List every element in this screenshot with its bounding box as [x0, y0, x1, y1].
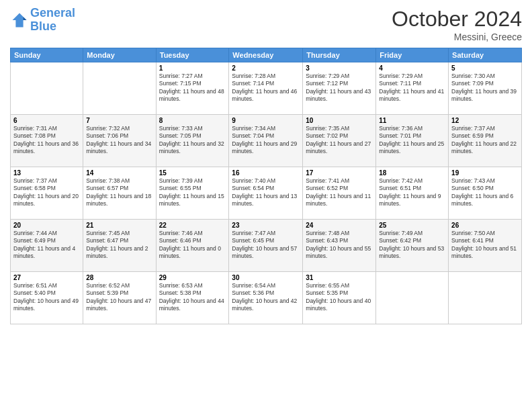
day-number: 21 [86, 222, 152, 229]
day-number: 12 [451, 117, 519, 124]
day-cell: 1Sunrise: 7:27 AMSunset: 7:15 PMDaylight… [156, 62, 229, 115]
day-cell: 18Sunrise: 7:42 AMSunset: 6:51 PMDayligh… [376, 167, 449, 220]
logo-icon [10, 11, 29, 30]
day-cell: 22Sunrise: 7:46 AMSunset: 6:46 PMDayligh… [156, 220, 229, 272]
day-cell: 25Sunrise: 7:49 AMSunset: 6:42 PMDayligh… [376, 220, 449, 272]
day-number: 18 [379, 169, 445, 177]
day-cell: 2Sunrise: 7:28 AMSunset: 7:14 PMDaylight… [229, 62, 303, 115]
day-cell: 23Sunrise: 7:47 AMSunset: 6:45 PMDayligh… [229, 220, 303, 272]
week-row-2: 13Sunrise: 7:37 AMSunset: 6:58 PMDayligh… [11, 167, 522, 220]
col-header-thursday: Thursday [303, 48, 376, 62]
day-number: 10 [306, 117, 373, 124]
day-number: 26 [451, 222, 519, 229]
day-number: 9 [232, 117, 300, 124]
col-header-sunday: Sunday [11, 48, 83, 62]
day-number: 31 [306, 274, 373, 281]
day-info: Sunrise: 7:38 AMSunset: 6:57 PMDaylight:… [86, 177, 152, 208]
week-row-1: 6Sunrise: 7:31 AMSunset: 7:08 PMDaylight… [11, 115, 522, 167]
day-number: 1 [159, 64, 226, 72]
day-cell: 7Sunrise: 7:32 AMSunset: 7:06 PMDaylight… [83, 115, 156, 167]
logo-text: General Blue [30, 7, 75, 34]
day-cell [449, 272, 522, 324]
day-number: 28 [86, 274, 152, 281]
col-header-tuesday: Tuesday [156, 48, 229, 62]
day-info: Sunrise: 7:43 AMSunset: 6:50 PMDaylight:… [451, 177, 519, 208]
col-header-wednesday: Wednesday [229, 48, 303, 62]
day-cell: 9Sunrise: 7:34 AMSunset: 7:04 PMDaylight… [229, 115, 303, 167]
day-info: Sunrise: 7:27 AMSunset: 7:15 PMDaylight:… [159, 73, 226, 103]
day-info: Sunrise: 7:41 AMSunset: 6:52 PMDaylight:… [306, 177, 373, 208]
day-number: 25 [379, 222, 445, 229]
day-cell: 27Sunrise: 6:51 AMSunset: 5:40 PMDayligh… [11, 272, 83, 324]
day-info: Sunrise: 7:49 AMSunset: 6:42 PMDaylight:… [379, 230, 445, 261]
day-info: Sunrise: 7:42 AMSunset: 6:51 PMDaylight:… [379, 177, 445, 208]
day-info: Sunrise: 7:34 AMSunset: 7:04 PMDaylight:… [232, 125, 300, 156]
title-block: October 2024 Messini, Greece [392, 7, 522, 42]
day-cell: 21Sunrise: 7:45 AMSunset: 6:47 PMDayligh… [83, 220, 156, 272]
day-cell: 13Sunrise: 7:37 AMSunset: 6:58 PMDayligh… [11, 167, 83, 220]
header: General Blue October 2024 Messini, Greec… [10, 7, 522, 42]
week-row-0: 1Sunrise: 7:27 AMSunset: 7:15 PMDaylight… [11, 62, 522, 115]
month-title: October 2024 [392, 7, 522, 32]
day-info: Sunrise: 7:45 AMSunset: 6:47 PMDaylight:… [86, 230, 152, 261]
calendar-header-row: SundayMondayTuesdayWednesdayThursdayFrid… [11, 48, 522, 62]
day-cell: 20Sunrise: 7:44 AMSunset: 6:49 PMDayligh… [11, 220, 83, 272]
day-number: 23 [232, 222, 300, 229]
day-info: Sunrise: 7:48 AMSunset: 6:43 PMDaylight:… [306, 230, 373, 261]
col-header-saturday: Saturday [449, 48, 522, 62]
day-number: 3 [306, 64, 373, 72]
day-cell: 4Sunrise: 7:29 AMSunset: 7:11 PMDaylight… [376, 62, 449, 115]
day-cell: 5Sunrise: 7:30 AMSunset: 7:09 PMDaylight… [449, 62, 522, 115]
day-cell: 17Sunrise: 7:41 AMSunset: 6:52 PMDayligh… [303, 167, 376, 220]
day-cell: 10Sunrise: 7:35 AMSunset: 7:02 PMDayligh… [303, 115, 376, 167]
day-number: 19 [451, 169, 519, 177]
page: General Blue October 2024 Messini, Greec… [0, 0, 532, 411]
calendar-table: SundayMondayTuesdayWednesdayThursdayFrid… [10, 48, 522, 324]
day-number: 27 [13, 274, 80, 281]
day-cell: 15Sunrise: 7:39 AMSunset: 6:55 PMDayligh… [156, 167, 229, 220]
day-info: Sunrise: 7:30 AMSunset: 7:09 PMDaylight:… [451, 73, 519, 103]
day-info: Sunrise: 7:29 AMSunset: 7:12 PMDaylight:… [306, 73, 373, 103]
day-number: 20 [13, 222, 80, 229]
location: Messini, Greece [392, 32, 522, 42]
day-info: Sunrise: 7:36 AMSunset: 7:01 PMDaylight:… [379, 125, 445, 156]
day-number: 6 [13, 117, 80, 124]
week-row-4: 27Sunrise: 6:51 AMSunset: 5:40 PMDayligh… [11, 272, 522, 324]
day-info: Sunrise: 6:52 AMSunset: 5:39 PMDaylight:… [86, 282, 152, 313]
day-cell: 16Sunrise: 7:40 AMSunset: 6:54 PMDayligh… [229, 167, 303, 220]
col-header-friday: Friday [376, 48, 449, 62]
day-info: Sunrise: 7:44 AMSunset: 6:49 PMDaylight:… [13, 230, 80, 261]
day-cell [83, 62, 156, 115]
day-number: 5 [451, 64, 519, 72]
day-cell [11, 62, 83, 115]
logo-general: General [30, 6, 75, 19]
day-info: Sunrise: 7:32 AMSunset: 7:06 PMDaylight:… [86, 125, 152, 156]
day-cell: 8Sunrise: 7:33 AMSunset: 7:05 PMDaylight… [156, 115, 229, 167]
day-cell: 19Sunrise: 7:43 AMSunset: 6:50 PMDayligh… [449, 167, 522, 220]
day-number: 7 [86, 117, 152, 124]
day-cell: 29Sunrise: 6:53 AMSunset: 5:38 PMDayligh… [156, 272, 229, 324]
day-number: 11 [379, 117, 445, 124]
day-cell [376, 272, 449, 324]
day-cell: 6Sunrise: 7:31 AMSunset: 7:08 PMDaylight… [11, 115, 83, 167]
day-number: 15 [159, 169, 226, 177]
day-number: 14 [86, 169, 152, 177]
day-cell: 11Sunrise: 7:36 AMSunset: 7:01 PMDayligh… [376, 115, 449, 167]
day-number: 22 [159, 222, 226, 229]
logo-blue: Blue [30, 19, 56, 33]
week-row-3: 20Sunrise: 7:44 AMSunset: 6:49 PMDayligh… [11, 220, 522, 272]
day-number: 8 [159, 117, 226, 124]
day-cell: 28Sunrise: 6:52 AMSunset: 5:39 PMDayligh… [83, 272, 156, 324]
day-info: Sunrise: 7:50 AMSunset: 6:41 PMDaylight:… [451, 230, 519, 261]
day-cell: 3Sunrise: 7:29 AMSunset: 7:12 PMDaylight… [303, 62, 376, 115]
day-info: Sunrise: 6:54 AMSunset: 5:36 PMDaylight:… [232, 282, 300, 313]
day-info: Sunrise: 6:53 AMSunset: 5:38 PMDaylight:… [159, 282, 226, 313]
day-info: Sunrise: 7:31 AMSunset: 7:08 PMDaylight:… [13, 125, 80, 156]
day-cell: 12Sunrise: 7:37 AMSunset: 6:59 PMDayligh… [449, 115, 522, 167]
day-info: Sunrise: 7:40 AMSunset: 6:54 PMDaylight:… [232, 177, 300, 208]
day-info: Sunrise: 7:33 AMSunset: 7:05 PMDaylight:… [159, 125, 226, 156]
day-info: Sunrise: 7:29 AMSunset: 7:11 PMDaylight:… [379, 73, 445, 103]
day-info: Sunrise: 7:28 AMSunset: 7:14 PMDaylight:… [232, 73, 300, 103]
day-info: Sunrise: 7:35 AMSunset: 7:02 PMDaylight:… [306, 125, 373, 156]
logo: General Blue [10, 7, 75, 34]
